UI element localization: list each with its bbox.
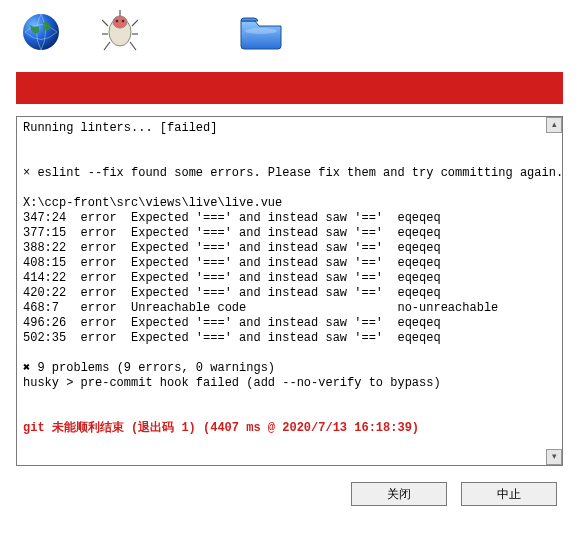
scroll-up-button[interactable]: ▴ (546, 117, 562, 133)
svg-point-10 (116, 20, 119, 23)
console-line: 414:22 error Expected '===' and instead … (23, 271, 441, 285)
console-line: 377:15 error Expected '===' and instead … (23, 226, 441, 240)
svg-line-3 (132, 20, 138, 26)
console-output-frame: ▴ Running linters... [failed] × eslint -… (16, 116, 563, 466)
console-line: 408:15 error Expected '===' and instead … (23, 256, 441, 270)
console-line: X:\ccp-front\src\views\live\live.vue (23, 196, 282, 210)
console-line: 468:7 error Unreachable code no-unreacha… (23, 301, 498, 315)
svg-line-7 (130, 42, 136, 50)
svg-line-2 (102, 20, 108, 26)
close-button[interactable]: 关闭 (351, 482, 447, 506)
console-line: 496:26 error Expected '===' and instead … (23, 316, 441, 330)
dialog-button-row: 关闭 中止 (0, 474, 579, 510)
console-line: 502:35 error Expected '===' and instead … (23, 331, 441, 345)
globe-icon[interactable] (20, 11, 62, 53)
abort-button[interactable]: 中止 (461, 482, 557, 506)
console-line: × eslint --fix found some errors. Please… (23, 166, 562, 180)
console-line: 388:22 error Expected '===' and instead … (23, 241, 441, 255)
console-line: Running linters... [failed] (23, 121, 217, 135)
svg-point-9 (113, 16, 127, 28)
bug-icon[interactable] (102, 10, 138, 54)
console-line: 347:24 error Expected '===' and instead … (23, 211, 441, 225)
console-line: 420:22 error Expected '===' and instead … (23, 286, 441, 300)
console-error-final: git 未能顺利结束 (退出码 1) (4407 ms @ 2020/7/13 … (23, 421, 419, 435)
scroll-down-button[interactable]: ▾ (546, 449, 562, 465)
error-banner (16, 72, 563, 104)
svg-point-11 (122, 20, 125, 23)
svg-line-6 (104, 42, 110, 50)
console-summary: ✖ 9 problems (9 errors, 0 warnings) (23, 361, 275, 375)
console-line: husky > pre-commit hook failed (add --no… (23, 376, 441, 390)
svg-point-0 (23, 14, 59, 50)
svg-point-12 (245, 28, 277, 34)
console-output[interactable]: Running linters... [failed] × eslint --f… (17, 117, 562, 465)
desktop-icon-row (0, 0, 579, 72)
folder-icon[interactable] (238, 13, 284, 51)
